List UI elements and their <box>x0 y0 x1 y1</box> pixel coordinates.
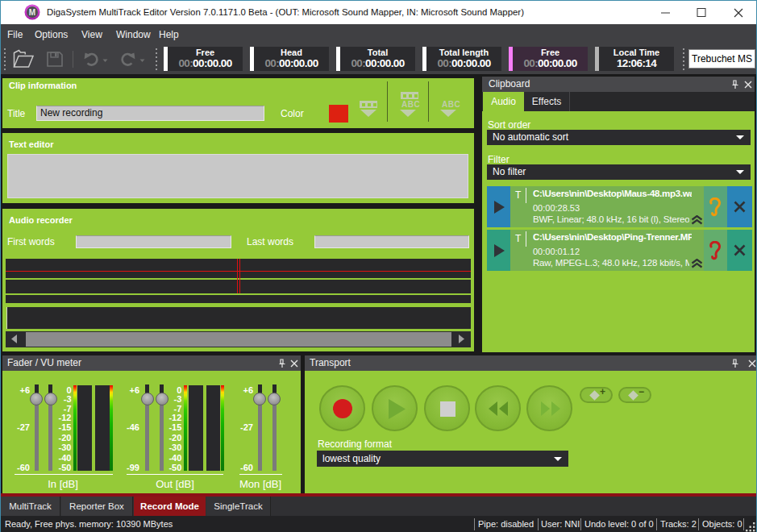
svg-text:M: M <box>29 8 35 17</box>
